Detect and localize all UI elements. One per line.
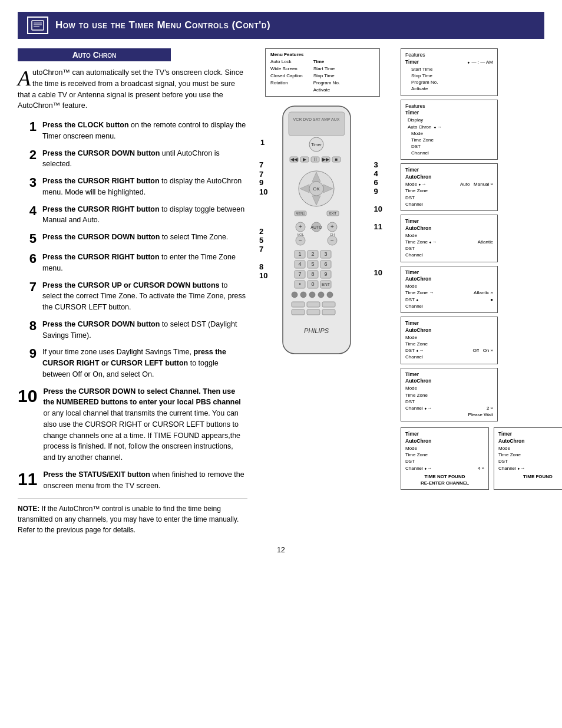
step-text-3: Press the CURSOR RIGHT button to display… xyxy=(42,176,247,198)
screen-timer-initial: Features Timer⬥ — : — AM Start Time Stop… xyxy=(401,48,498,96)
step-2: 2 Press the CURSOR DOWN button until Aut… xyxy=(18,148,247,170)
s2-timezone: Time Zone xyxy=(411,137,493,143)
svg-text:EXIT: EXIT xyxy=(329,212,337,215)
s2-autochron-row: Auto Chron ⬥→ xyxy=(405,124,493,130)
bs1-mode: Mode xyxy=(405,445,484,452)
svg-text:■: ■ xyxy=(335,157,338,162)
s2-items: Mode Time Zone DST Channel xyxy=(405,130,493,157)
s1-timer: Timer xyxy=(405,59,419,66)
s3-dst: DST xyxy=(405,195,493,201)
bs1-autochron: AutoChron xyxy=(405,438,484,445)
bs2-ch-label: Channel ⬥→ xyxy=(498,465,525,472)
svg-text:4: 4 xyxy=(298,261,301,267)
step-number-1: 1 xyxy=(18,120,37,134)
svg-text:Timer: Timer xyxy=(311,143,322,147)
svg-text:⏸: ⏸ xyxy=(313,157,318,162)
note-text: If the AutoChron™ control is unable to f… xyxy=(18,505,239,534)
s2-display-row: Display xyxy=(405,117,493,123)
svg-text:5: 5 xyxy=(311,261,314,267)
step-ref-3-label: 34691011 xyxy=(374,160,382,231)
screen-channel-wait: Timer AutoChron Mode Time Zone DST Chann… xyxy=(401,368,498,422)
screen1-row1: Timer⬥ — : — AM xyxy=(405,59,493,66)
bs2-found: TIME FOUND xyxy=(498,473,562,480)
svg-text:AUTO: AUTO xyxy=(310,225,322,229)
s5-tz-val: Atlantic » xyxy=(474,289,493,296)
s1-time: ⬥ — : — AM xyxy=(467,59,493,66)
s2-arrow: ⬥→ xyxy=(434,124,441,130)
bs1-notfound: TIME NOT FOUNDRE-ENTER CHANNEL xyxy=(405,473,484,486)
step-text-1: Press the CLOCK button on the remote con… xyxy=(42,120,247,142)
s6-ch: Channel xyxy=(405,354,493,360)
s2-autochron: Auto Chron xyxy=(408,124,431,130)
step-ref-7-label: 7 xyxy=(259,160,263,169)
step-ref-7b-label: 7 xyxy=(259,170,263,179)
s2-features: Features xyxy=(405,103,425,110)
svg-text:9: 9 xyxy=(324,271,327,277)
step-text-8: Press the CURSOR DOWN button to select D… xyxy=(42,319,247,341)
step-number-2: 2 xyxy=(18,148,37,162)
svg-text:+: + xyxy=(330,223,334,230)
step-number-9: 9 xyxy=(18,347,37,361)
right-panel: Menu Features Auto Lock Wide Screen Clos… xyxy=(259,48,562,490)
step-number-3: 3 xyxy=(18,176,37,190)
right-column: Menu Features Auto Lock Wide Screen Clos… xyxy=(259,48,562,535)
svg-rect-75 xyxy=(307,309,320,315)
svg-rect-76 xyxy=(322,309,335,315)
s6-title: Timer xyxy=(405,320,493,327)
page-title: How to use the Timer Menu Controls (Cont… xyxy=(55,19,270,31)
screen2-row0: Features xyxy=(405,103,493,110)
note-section: NOTE: If the AutoChron™ control is unabl… xyxy=(18,498,247,535)
bs1-title: Timer xyxy=(405,431,484,438)
screen-autochron-selected: Features Timer Display Auto Chron ⬥→ Mod… xyxy=(401,100,498,160)
step-4: 4 Press the CURSOR RIGHT button to displ… xyxy=(18,204,247,226)
svg-text:3: 3 xyxy=(324,251,327,257)
s4-mode: Mode xyxy=(405,232,493,239)
page-number: 12 xyxy=(18,546,544,554)
s2-channel: Channel xyxy=(411,150,493,156)
step-9: 9 If your time zone uses Daylight Saving… xyxy=(18,347,247,380)
s3-title: Timer xyxy=(405,167,493,174)
svg-text:−: − xyxy=(330,237,334,243)
svg-text:◀◀: ◀◀ xyxy=(290,157,298,162)
step-1: 1 Press the CLOCK button on the remote c… xyxy=(18,120,247,142)
page-header: How to use the Timer Menu Controls (Cont… xyxy=(18,12,544,39)
svg-text:MENU: MENU xyxy=(296,212,305,215)
s1-details: Start Time Stop Time Program No. Activat… xyxy=(405,66,493,93)
menu-item-widescreen: Wide Screen xyxy=(270,65,303,73)
step-7: 7 Press the CURSOR UP or CURSOR DOWN but… xyxy=(18,280,247,313)
s6-dst-val: Off On » xyxy=(472,347,493,354)
remote-column: Menu Features Auto Lock Wide Screen Clos… xyxy=(259,48,395,490)
s5-ch: Channel xyxy=(405,303,493,309)
svg-rect-72 xyxy=(307,302,320,307)
s6-tz: Time Zone xyxy=(405,341,493,347)
svg-rect-5 xyxy=(289,112,345,136)
menu-item-rotation: Rotation xyxy=(270,80,303,87)
remote-diagram: VCR DVD SAT AMP AUX Timer ◀◀ ▶ ⏸ xyxy=(259,100,374,385)
s7-autochron: AutoChron xyxy=(405,378,493,385)
s4-ch: Channel xyxy=(405,252,493,258)
s7-ch-val: 2 » xyxy=(487,405,493,411)
s5-autochron: AutoChron xyxy=(405,276,493,283)
note-label: NOTE: xyxy=(18,505,39,513)
document-icon xyxy=(27,17,48,34)
menu-columns: Auto Lock Wide Screen Closed Caption Rot… xyxy=(270,58,375,94)
s7-wait: Please Wait xyxy=(405,411,493,418)
bs2-mode: Mode xyxy=(498,445,562,452)
s6-mode: Mode xyxy=(405,334,493,341)
s6-dst-label: DST ⬥→ xyxy=(405,347,424,354)
top-menu-screen: Menu Features Auto Lock Wide Screen Clos… xyxy=(265,48,380,97)
step-text-9: If your time zone uses Daylight Savings … xyxy=(42,347,247,380)
svg-text:8: 8 xyxy=(311,271,314,277)
s2-dst: DST xyxy=(411,143,493,150)
step-5: 5 Press the CURSOR DOWN button to select… xyxy=(18,232,247,246)
step-ref-10b-label: 10 xyxy=(374,268,382,277)
bs2-dst: DST xyxy=(498,458,562,465)
svg-point-68 xyxy=(309,292,315,298)
s1-stoptime: Stop Time xyxy=(411,73,493,79)
svg-rect-71 xyxy=(292,302,305,307)
step-number-11: 11 xyxy=(18,469,37,489)
svg-text:0: 0 xyxy=(311,281,314,287)
step-number-7: 7 xyxy=(18,280,37,294)
s5-tz: Time Zone → xyxy=(405,289,434,296)
step-3: 3 Press the CURSOR RIGHT button to displ… xyxy=(18,176,247,198)
